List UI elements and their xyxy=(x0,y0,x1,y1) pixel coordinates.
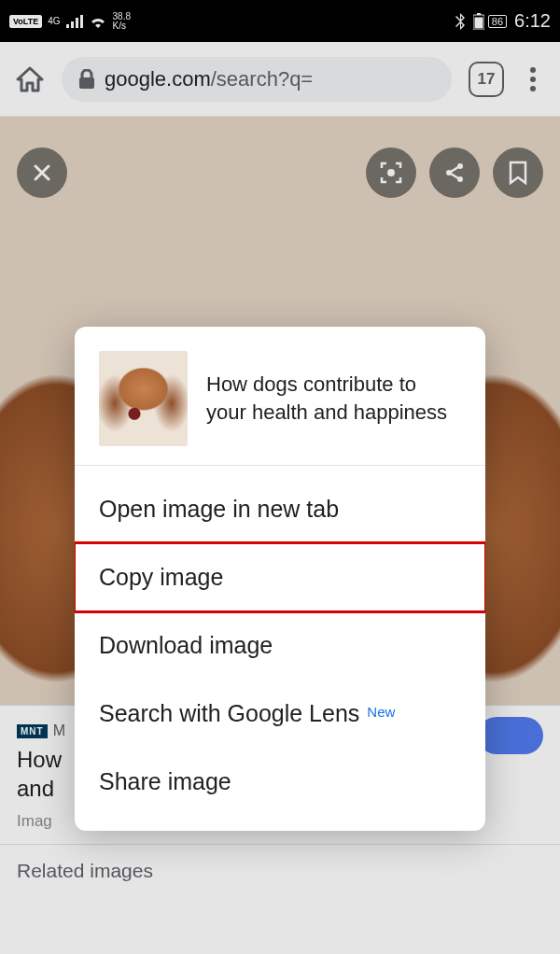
menu-item-share-image[interactable]: Share image xyxy=(75,748,485,816)
menu-item-download-image[interactable]: Download image xyxy=(75,611,485,680)
menu-item-copy-image[interactable]: Copy image xyxy=(75,543,485,611)
image-context-menu: How dogs contribute to your health and h… xyxy=(75,327,485,831)
context-menu-thumbnail xyxy=(99,351,188,446)
context-menu-title: How dogs contribute to your health and h… xyxy=(206,371,461,426)
menu-item-open-new-tab[interactable]: Open image in new tab xyxy=(75,475,485,543)
context-menu-list: Open image in new tab Copy image Downloa… xyxy=(75,466,485,831)
context-menu-header: How dogs contribute to your health and h… xyxy=(75,327,485,465)
menu-item-search-lens[interactable]: Search with Google Lens New xyxy=(75,680,485,748)
new-badge: New xyxy=(367,704,395,720)
